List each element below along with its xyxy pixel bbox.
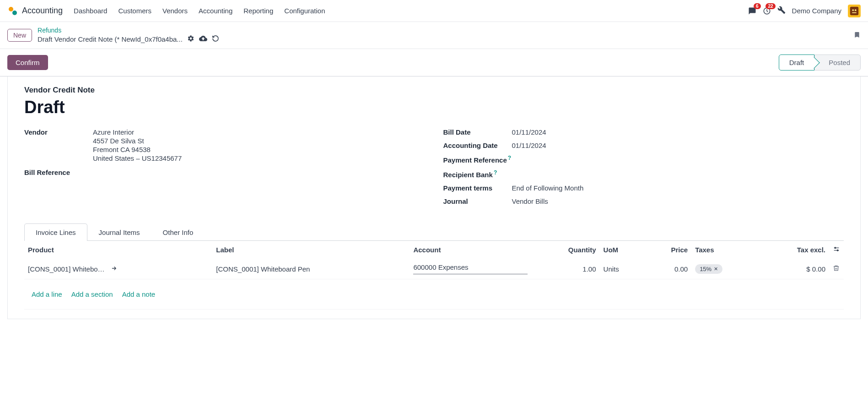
vendor-addr2: Fremont CA 94538	[93, 146, 182, 153]
form-grid: Vendor Azure Interior 4557 De Silva St F…	[24, 128, 844, 211]
terms-label: Payment terms	[443, 184, 512, 192]
svg-point-7	[835, 247, 836, 249]
bank-label: Recipient Bank?	[443, 169, 512, 179]
form-sheet: Vendor Credit Note Draft Vendor Azure In…	[7, 76, 861, 319]
add-line-button[interactable]: Add a line	[32, 290, 62, 298]
acct-date-label: Accounting Date	[443, 141, 512, 149]
remove-tax-icon[interactable]: ✕	[714, 266, 718, 272]
th-quantity: Quantity	[531, 241, 600, 259]
action-bar: Confirm Draft Posted	[0, 49, 868, 76]
cell-tax-excl: $ 0.00	[759, 259, 829, 279]
nav-configuration[interactable]: Configuration	[284, 7, 325, 15]
user-avatar[interactable]	[848, 5, 861, 17]
th-product: Product	[24, 241, 212, 259]
gear-icon[interactable]	[187, 35, 194, 44]
cloud-save-icon[interactable]	[199, 34, 207, 44]
status-bar: Draft Posted	[779, 54, 861, 71]
discard-icon[interactable]	[212, 35, 219, 44]
nav-dashboard[interactable]: Dashboard	[74, 7, 107, 15]
th-tax-excl: Tax excl.	[759, 241, 829, 259]
cell-label[interactable]: [CONS_0001] Whiteboard Pen	[212, 259, 410, 279]
tab-journal-items[interactable]: Journal Items	[87, 223, 151, 241]
external-link-icon[interactable]	[111, 265, 117, 273]
bill-date-label: Bill Date	[443, 128, 512, 136]
acct-date-value[interactable]: 01/11/2024	[512, 141, 546, 149]
app-logo[interactable]	[7, 5, 18, 16]
breadcrumb-current: Draft Vendor Credit Note (* NewId_0x7f0a…	[38, 35, 183, 43]
trash-icon[interactable]	[833, 265, 840, 273]
vendor-name: Azure Interior	[93, 128, 182, 136]
cell-price[interactable]: 0.00	[644, 259, 691, 279]
th-account: Account	[410, 241, 531, 259]
svg-point-0	[9, 7, 13, 11]
svg-rect-3	[850, 6, 858, 15]
breadcrumb-parent[interactable]: Refunds	[38, 27, 219, 34]
journal-label: Journal	[443, 197, 512, 205]
activities-badge: 22	[766, 3, 775, 9]
messages-badge: 6	[754, 3, 761, 9]
help-icon[interactable]: ?	[508, 155, 511, 161]
th-uom: UoM	[600, 241, 645, 259]
doc-title: Draft	[24, 98, 844, 117]
add-note-button[interactable]: Add a note	[122, 290, 156, 298]
nav-accounting[interactable]: Accounting	[199, 7, 232, 15]
new-button[interactable]: New	[7, 29, 32, 42]
bookmark-icon[interactable]	[853, 30, 861, 41]
add-section-button[interactable]: Add a section	[71, 290, 113, 298]
tab-other-info[interactable]: Other Info	[151, 223, 205, 241]
svg-rect-6	[852, 12, 856, 13]
svg-point-1	[12, 11, 17, 15]
company-selector[interactable]: Demo Company	[792, 7, 841, 15]
tab-invoice-lines[interactable]: Invoice Lines	[24, 223, 87, 241]
column-options-icon[interactable]	[833, 246, 840, 254]
terms-value[interactable]: End of Following Month	[512, 184, 584, 192]
svg-point-5	[855, 9, 857, 11]
cell-account[interactable]: 600000 Expenses	[410, 259, 531, 279]
status-draft[interactable]: Draft	[779, 54, 815, 71]
svg-point-4	[852, 9, 854, 11]
app-name[interactable]: Accounting	[22, 6, 63, 16]
nav-customers[interactable]: Customers	[118, 7, 151, 15]
cell-quantity[interactable]: 1.00	[531, 259, 600, 279]
cell-delete[interactable]	[829, 259, 844, 279]
doc-type-label: Vendor Credit Note	[24, 86, 844, 95]
svg-point-8	[837, 250, 838, 251]
cell-uom[interactable]: Units	[600, 259, 645, 279]
confirm-button[interactable]: Confirm	[7, 55, 48, 70]
bill-date-value[interactable]: 01/11/2024	[512, 128, 546, 136]
breadcrumb-bar: New Refunds Draft Vendor Credit Note (* …	[0, 22, 868, 49]
activities-button[interactable]: 22	[763, 7, 771, 15]
th-taxes: Taxes	[691, 241, 759, 259]
navbar: Accounting Dashboard Customers Vendors A…	[0, 0, 868, 22]
breadcrumb: Refunds Draft Vendor Credit Note (* NewI…	[38, 27, 219, 44]
form-left: Vendor Azure Interior 4557 De Silva St F…	[24, 128, 425, 211]
nav-right: 6 22 Demo Company	[748, 5, 861, 17]
form-right: Bill Date 01/11/2024 Accounting Date 01/…	[443, 128, 844, 211]
tabs: Invoice Lines Journal Items Other Info	[24, 223, 844, 241]
status-posted[interactable]: Posted	[814, 54, 861, 71]
th-options[interactable]	[829, 241, 844, 259]
messages-button[interactable]: 6	[748, 7, 756, 15]
journal-value[interactable]: Vendor Bills	[512, 197, 548, 205]
th-price: Price	[644, 241, 691, 259]
th-label: Label	[212, 241, 410, 259]
nav-reporting[interactable]: Reporting	[243, 7, 273, 15]
vendor-addr1: 4557 De Silva St	[93, 137, 182, 145]
invoice-lines-table: Product Label Account Quantity UoM Price…	[24, 241, 844, 310]
tax-chip[interactable]: 15% ✕	[695, 264, 722, 274]
nav-menu: Dashboard Customers Vendors Accounting R…	[74, 7, 748, 15]
cell-product[interactable]: [CONS_0001] Whiteboard Pen	[24, 259, 212, 279]
table-row: [CONS_0001] Whiteboard Pen [CONS_0001] W…	[24, 259, 844, 279]
vendor-value[interactable]: Azure Interior 4557 De Silva St Fremont …	[93, 128, 182, 163]
vendor-label: Vendor	[24, 128, 93, 163]
vendor-addr3: United States – US12345677	[93, 154, 182, 162]
help-icon[interactable]: ?	[494, 169, 497, 176]
cell-taxes[interactable]: 15% ✕	[691, 259, 759, 279]
nav-vendors[interactable]: Vendors	[162, 7, 188, 15]
tools-icon[interactable]	[777, 6, 786, 16]
pay-ref-label: Payment Reference?	[443, 155, 512, 164]
bill-ref-label: Bill Reference	[24, 169, 93, 176]
